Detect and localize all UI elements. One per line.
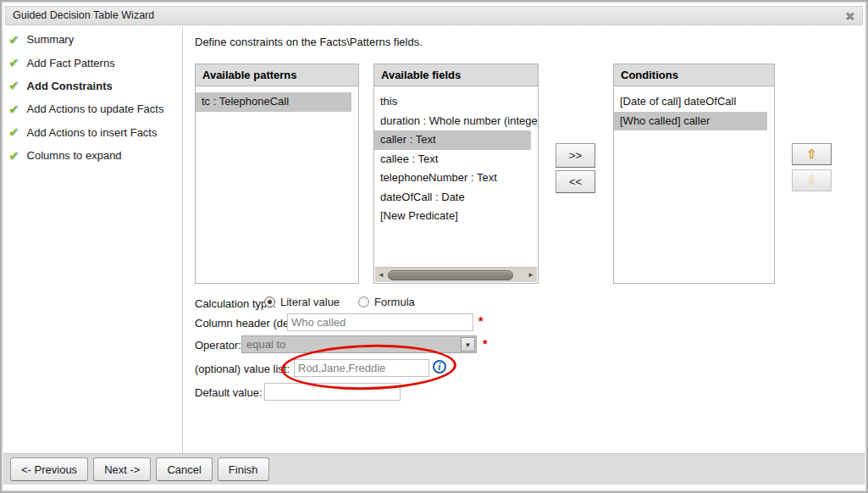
check-icon: ✔ [8,148,19,163]
cancel-button[interactable]: Cancel [156,457,212,481]
sidebar-item-label: Add Constraints [27,80,113,92]
check-icon: ✔ [8,55,19,70]
list-item[interactable]: telephoneNumber : Text [374,169,538,188]
required-marker: * [483,337,487,351]
sidebar-item-label: Add Actions to update Facts [27,102,164,115]
previous-button[interactable]: <- Previous [10,457,88,481]
available-fields-panel: Available fields this duration : Whole n… [373,64,539,284]
list-item[interactable]: duration : Whole number (intege [374,112,538,131]
wizard-dialog: Guided Decision Table Wizard ✖ ✔ Summary… [0,0,868,493]
sidebar-item-label: Add Fact Patterns [27,57,115,69]
scroll-right-icon[interactable]: ► [525,268,537,283]
list-item[interactable]: dateOfCall : Date [374,188,538,208]
literal-value-label: Literal value [280,296,340,308]
next-button[interactable]: Next -> [93,457,151,481]
operator-label: Operator: [195,339,241,352]
calculation-type-options: Literal value Formula [264,296,434,308]
sidebar-item-add-fact-patterns[interactable]: ✔ Add Fact Patterns [8,51,178,74]
sidebar-item-summary[interactable]: ✔ Summary [8,28,178,51]
literal-value-radio[interactable] [264,296,275,307]
available-fields-header: Available fields [374,64,538,86]
up-arrow-icon: ⇧ [806,147,817,161]
list-item[interactable]: [New Predicate] [374,207,538,226]
check-icon: ✔ [8,125,19,140]
list-item[interactable]: callee : Text [374,150,538,169]
formula-radio[interactable] [358,296,369,307]
move-down-button[interactable]: ⇩ [792,169,832,191]
formula-label: Formula [374,296,415,308]
list-item[interactable]: tc : TelephoneCall [196,92,351,112]
check-icon: ✔ [8,32,19,47]
sidebar-item-label: Add Actions to insert Facts [27,126,158,139]
scroll-left-icon[interactable]: ◄ [375,268,387,283]
check-icon: ✔ [8,102,19,117]
scrollbar-thumb[interactable] [388,270,513,280]
chevron-down-icon[interactable]: ▼ [461,337,475,352]
sidebar-item-label: Summary [27,33,75,46]
sidebar-item-label: Columns to expand [27,149,122,162]
sidebar-item-add-constraints[interactable]: ✔ Add Constraints [8,75,178,97]
available-patterns-list: tc : TelephoneCall [196,86,358,112]
sidebar-item-add-actions-insert[interactable]: ✔ Add Actions to insert Facts [8,121,178,144]
default-value-label: Default value: [195,386,263,399]
info-icon[interactable]: i [433,360,446,374]
value-list-input[interactable] [294,359,429,377]
sidebar-item-add-actions-update[interactable]: ✔ Add Actions to update Facts [8,97,178,120]
available-patterns-panel: Available patterns tc : TelephoneCall [195,64,359,284]
move-up-button[interactable]: ⇧ [792,143,832,165]
operator-select[interactable]: equal to ▼ [241,335,477,353]
sidebar-divider [182,27,183,453]
list-item[interactable]: [Date of call] dateOfCall [614,92,774,112]
column-header-input[interactable] [287,313,473,331]
default-value-input[interactable] [264,383,401,401]
required-marker: * [478,314,483,328]
conditions-header: Conditions [614,64,774,86]
footer-bar: <- Previous Next -> Cancel Finish [3,453,865,485]
available-patterns-header: Available patterns [196,64,358,86]
conditions-list: [Date of call] dateOfCall [Who called] c… [614,86,774,130]
check-icon: ✔ [8,78,19,93]
instruction-text: Define constraints on the Facts\Patterns… [195,36,423,48]
operator-selected-value: equal to [246,338,285,351]
list-item[interactable]: [Who called] caller [614,112,767,131]
add-condition-button[interactable]: >> [556,143,595,168]
conditions-panel: Conditions [Date of call] dateOfCall [Wh… [613,64,775,284]
finish-button[interactable]: Finish [218,457,269,481]
down-arrow-icon: ⇩ [806,173,817,187]
wizard-steps-sidebar: ✔ Summary ✔ Add Fact Patterns ✔ Add Cons… [8,28,178,167]
remove-condition-button[interactable]: << [556,170,595,193]
value-list-label: (optional) value list: [195,363,290,375]
list-item[interactable]: this [374,92,538,112]
list-item[interactable]: caller : Text [374,130,531,150]
close-icon[interactable]: ✖ [844,8,855,25]
dialog-title: Guided Decision Table Wizard [13,7,154,25]
horizontal-scrollbar[interactable]: ◄ ► [375,267,537,282]
title-bar: Guided Decision Table Wizard ✖ [5,6,863,25]
available-fields-list: this duration : Whole number (intege cal… [374,86,538,226]
sidebar-item-columns-to-expand[interactable]: ✔ Columns to expand [8,144,178,167]
